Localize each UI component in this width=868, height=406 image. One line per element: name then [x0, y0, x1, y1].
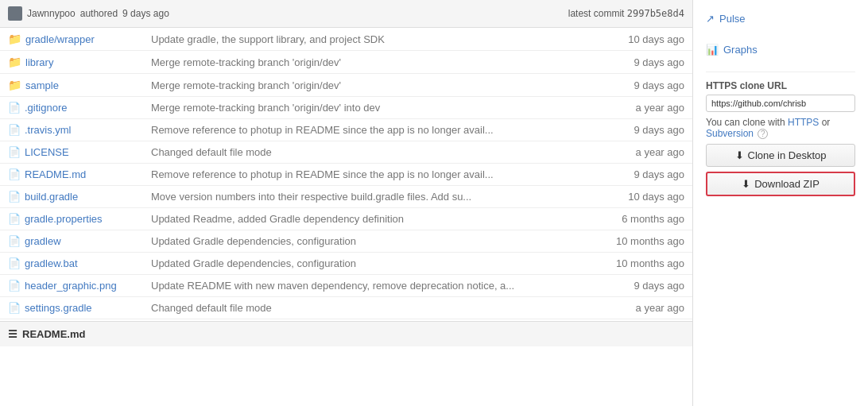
- subversion-link[interactable]: Subversion: [706, 128, 754, 139]
- authored-label: authored: [80, 8, 118, 19]
- folder-icon: 📁: [8, 33, 21, 45]
- table-row: 📄 gradlew.bat Updated Gradle dependencie…: [0, 253, 692, 275]
- file-icon: 📄: [8, 102, 21, 114]
- file-link[interactable]: 📄 gradlew.bat: [8, 257, 135, 269]
- file-link[interactable]: 📄 gradlew: [8, 235, 135, 247]
- commit-message-cell: Updated Readme, added Gradle dependency …: [143, 208, 592, 230]
- file-time-cell: a year ago: [592, 97, 692, 119]
- file-icon: 📄: [8, 235, 21, 247]
- table-row: 📄 .gitignore Merge remote-tracking branc…: [0, 97, 692, 119]
- repo-header: Jawnnypoo authored 9 days ago latest com…: [0, 0, 692, 28]
- file-name-cell: 📄 header_graphic.png: [0, 275, 143, 297]
- file-name: .travis.yml: [25, 124, 72, 136]
- commit-message-cell: Move version numbers into their respecti…: [143, 186, 592, 208]
- download-zip-button[interactable]: ⬇ Download ZIP: [706, 172, 855, 196]
- table-row: 📄 README.md Remove reference to photup i…: [0, 164, 692, 186]
- download-zip-icon: ⬇: [742, 178, 750, 190]
- file-name: README.md: [25, 168, 86, 180]
- readme-label: README.md: [22, 328, 85, 340]
- file-icon: 📄: [8, 280, 21, 292]
- file-time-cell: 10 months ago: [592, 253, 692, 275]
- file-link[interactable]: 📄 .gitignore: [8, 102, 135, 114]
- commit-info: latest commit 2997b5e8d4: [568, 8, 684, 19]
- table-row: 📁 library Merge remote-tracking branch '…: [0, 51, 692, 74]
- file-link[interactable]: 📁 sample: [8, 79, 135, 91]
- file-icon: 📄: [8, 257, 21, 269]
- commit-message-cell: Merge remote-tracking branch 'origin/dev…: [143, 51, 592, 74]
- file-link[interactable]: 📄 build.gradle: [8, 191, 135, 203]
- table-row: 📄 settings.gradle Changed default file m…: [0, 297, 692, 319]
- file-name-cell: 📄 .gitignore: [0, 97, 143, 119]
- commit-hash: 2997b5e8d4: [627, 8, 684, 19]
- file-name-cell: 📁 gradle/wrapper: [0, 28, 143, 51]
- file-time-cell: 9 days ago: [592, 275, 692, 297]
- table-row: 📄 build.gradle Move version numbers into…: [0, 186, 692, 208]
- file-time-cell: 6 months ago: [592, 208, 692, 230]
- commit-message-cell: Update gradle, the support library, and …: [143, 28, 592, 51]
- pulse-label: Pulse: [719, 13, 746, 25]
- file-time-cell: a year ago: [592, 297, 692, 319]
- clone-text1: You can clone with: [706, 117, 785, 128]
- file-link[interactable]: 📄 .travis.yml: [8, 124, 135, 136]
- file-link[interactable]: 📁 library: [8, 56, 135, 68]
- clone-desktop-icon: ⬇: [735, 149, 744, 161]
- file-name-cell: 📄 README.md: [0, 164, 143, 186]
- commit-message-cell: Remove reference to photup in README sin…: [143, 119, 592, 141]
- file-link[interactable]: 📁 gradle/wrapper: [8, 33, 135, 45]
- sidebar-pulse-link[interactable]: ↗ Pulse: [706, 10, 855, 28]
- commit-message-cell: Updated Gradle dependencies, configurati…: [143, 253, 592, 275]
- file-name: gradle/wrapper: [25, 33, 95, 45]
- table-row: 📄 LICENSE Changed default file mode a ye…: [0, 141, 692, 164]
- file-link[interactable]: 📄 settings.gradle: [8, 302, 135, 314]
- file-link[interactable]: 📄 LICENSE: [8, 146, 135, 158]
- latest-commit-label: latest commit: [568, 8, 625, 19]
- file-link[interactable]: 📄 README.md: [8, 168, 135, 180]
- file-name: sample: [25, 79, 59, 91]
- file-link[interactable]: 📄 header_graphic.png: [8, 280, 135, 292]
- folder-icon: 📁: [8, 79, 21, 91]
- graphs-icon: 📊: [706, 44, 719, 56]
- file-time-cell: a year ago: [592, 141, 692, 164]
- or-text: or: [822, 117, 831, 128]
- file-name: .gitignore: [25, 102, 67, 114]
- commit-message-cell: Changed default file mode: [143, 297, 592, 319]
- file-name: LICENSE: [25, 146, 69, 158]
- table-row: 📁 gradle/wrapper Update gradle, the supp…: [0, 28, 692, 51]
- sidebar-graphs-section: 📊 Graphs: [706, 41, 855, 59]
- https-link[interactable]: HTTPS: [788, 117, 819, 128]
- file-time-cell: 9 days ago: [592, 164, 692, 186]
- sidebar-pulse-section: ↗ Pulse: [706, 10, 855, 28]
- clone-help-text: You can clone with HTTPS or Subversion ?: [706, 117, 855, 139]
- file-link[interactable]: 📄 gradle.properties: [8, 213, 135, 225]
- pulse-icon: ↗: [706, 13, 715, 25]
- commit-message-cell: Merge remote-tracking branch 'origin/dev…: [143, 97, 592, 119]
- readme-bar: ☰ README.md: [0, 321, 692, 346]
- file-name: header_graphic.png: [25, 280, 117, 292]
- readme-icon: ☰: [8, 328, 17, 340]
- file-time-cell: 9 days ago: [592, 74, 692, 97]
- file-name-cell: 📄 .travis.yml: [0, 119, 143, 141]
- file-icon: 📄: [8, 146, 21, 158]
- clone-desktop-label: Clone in Desktop: [748, 149, 827, 161]
- file-time-cell: 9 days ago: [592, 51, 692, 74]
- file-icon: 📄: [8, 168, 21, 180]
- file-name-cell: 📄 gradlew.bat: [0, 253, 143, 275]
- author-info: Jawnnypoo authored 9 days ago: [8, 6, 169, 21]
- commit-message-cell: Merge remote-tracking branch 'origin/dev…: [143, 74, 592, 97]
- table-row: 📄 header_graphic.png Update README with …: [0, 275, 692, 297]
- info-icon: ?: [758, 129, 768, 139]
- commit-message-cell: Updated Gradle dependencies, configurati…: [143, 230, 592, 253]
- graphs-label: Graphs: [723, 44, 758, 56]
- file-name-cell: 📄 settings.gradle: [0, 297, 143, 319]
- file-name: gradlew: [25, 235, 61, 247]
- table-row: 📄 gradlew Updated Gradle dependencies, c…: [0, 230, 692, 253]
- file-icon: 📄: [8, 302, 21, 314]
- commit-message-cell: Update README with new maven dependency,…: [143, 275, 592, 297]
- file-icon: 📄: [8, 213, 21, 225]
- file-time-cell: 10 months ago: [592, 230, 692, 253]
- clone-desktop-button[interactable]: ⬇ Clone in Desktop: [706, 144, 855, 167]
- sidebar-graphs-link[interactable]: 📊 Graphs: [706, 41, 855, 59]
- file-time-cell: 9 days ago: [592, 119, 692, 141]
- clone-url-input[interactable]: [706, 95, 855, 112]
- sidebar-divider: [706, 72, 855, 72]
